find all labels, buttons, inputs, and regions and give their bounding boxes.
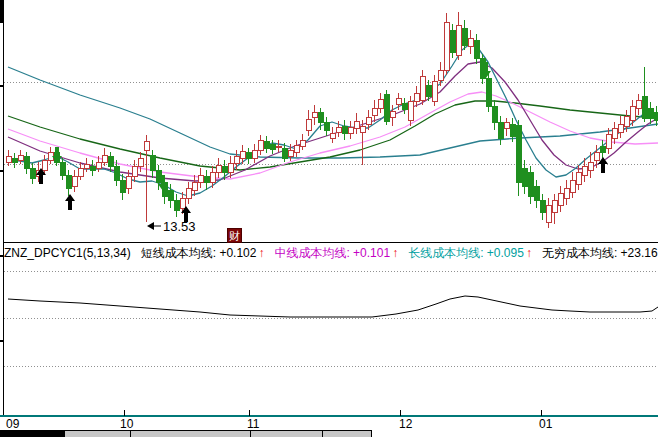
indicator-series-container: 短线成本均线: +0.102↑中线成本均线: +0.101↑长线成本均线: +0… xyxy=(137,245,658,262)
candle xyxy=(342,120,347,140)
candle xyxy=(540,194,545,220)
low-price-label: 13.53 xyxy=(163,219,196,234)
candle xyxy=(588,152,593,178)
candle xyxy=(120,174,125,200)
scrollbar-thumb[interactable] xyxy=(0,430,65,437)
candle xyxy=(546,198,551,228)
candle xyxy=(234,150,239,170)
candle xyxy=(486,72,491,112)
candle xyxy=(48,147,53,164)
candle xyxy=(132,160,137,182)
candle xyxy=(432,75,437,106)
candle xyxy=(516,120,521,196)
candle xyxy=(276,140,281,152)
month-label: 12 xyxy=(399,417,412,431)
month-label: 01 xyxy=(539,417,552,431)
candle xyxy=(378,93,383,113)
candle xyxy=(12,153,17,168)
candle xyxy=(522,160,527,194)
ma-slow-teal-line xyxy=(8,67,658,158)
candle xyxy=(174,194,179,217)
gutter-tick xyxy=(0,85,3,87)
cost-average-line xyxy=(8,296,658,317)
candle xyxy=(294,140,299,157)
month-label: 10 xyxy=(120,417,133,431)
candle xyxy=(348,121,353,139)
candle xyxy=(90,160,95,176)
scrollbar-divider xyxy=(130,430,131,437)
candle xyxy=(192,175,197,196)
candle xyxy=(408,96,413,126)
candle xyxy=(204,170,209,190)
candle xyxy=(198,168,203,188)
candle xyxy=(258,135,263,155)
gutter-tick xyxy=(0,170,3,172)
candle xyxy=(66,170,71,196)
chart-frame xyxy=(0,0,658,416)
formula-name[interactable]: ZNZ_DPCYC1(5,13,34) xyxy=(4,246,131,260)
buy-signal-arrow xyxy=(65,194,75,210)
ma-fast-teal-line xyxy=(8,44,658,196)
bottom-scrollbar[interactable] xyxy=(0,430,658,437)
month-label: 09 xyxy=(6,417,19,431)
candle xyxy=(186,182,191,204)
scrollbar-track[interactable] xyxy=(65,430,372,437)
month-label: 11 xyxy=(247,417,259,431)
candle xyxy=(462,20,467,50)
stock-chart-window: 13.53 ZNZ_DPCYC1(5,13,34) 短线成本均线: +0.102… xyxy=(0,0,658,437)
indicator-bar: ZNZ_DPCYC1(5,13,34) 短线成本均线: +0.102↑中线成本均… xyxy=(4,243,658,263)
candle xyxy=(498,116,503,145)
candle xyxy=(306,110,311,136)
candle xyxy=(618,116,623,138)
candle xyxy=(420,70,425,105)
scrollbar-divider xyxy=(322,430,323,437)
candle xyxy=(150,150,155,178)
candle xyxy=(456,12,461,60)
candle xyxy=(636,94,641,115)
candle xyxy=(450,24,455,58)
candle xyxy=(444,13,449,75)
candle xyxy=(558,186,563,212)
candle xyxy=(84,158,89,172)
candle xyxy=(324,117,329,136)
candles-series xyxy=(6,12,658,228)
candle xyxy=(534,180,539,208)
trend-up-arrow-icon: ↑ xyxy=(258,246,264,260)
candle xyxy=(246,148,251,164)
window-edge-fragment xyxy=(0,0,4,23)
gutter-tick xyxy=(0,340,3,342)
gutter-tick xyxy=(0,255,3,257)
chart-canvas[interactable]: 13.53 xyxy=(0,0,658,437)
candle xyxy=(606,128,611,154)
indicator-series: 短线成本均线: +0.102 xyxy=(141,246,257,260)
candle xyxy=(414,86,419,107)
candle xyxy=(72,170,77,192)
candle xyxy=(570,172,575,198)
candle xyxy=(474,34,479,64)
trend-up-arrow-icon: ↑ xyxy=(526,246,532,260)
low-price-annotation: 13.53 xyxy=(147,219,196,234)
indicator-series: 中线成本均线: +0.101 xyxy=(274,246,390,260)
candle xyxy=(372,100,377,122)
candle xyxy=(354,113,359,134)
candle xyxy=(144,135,149,222)
candle xyxy=(504,118,509,136)
scrollbar-divider xyxy=(250,430,251,437)
candle xyxy=(6,150,11,166)
candle xyxy=(552,194,557,224)
candle xyxy=(384,90,389,125)
candle xyxy=(330,127,335,143)
candle xyxy=(60,158,65,180)
candle xyxy=(564,180,569,205)
indicator-series: 长线成本均线: +0.095 xyxy=(408,246,524,260)
candle xyxy=(24,152,29,174)
candle xyxy=(312,105,317,125)
candle xyxy=(264,136,269,153)
finance-event-icon[interactable]: 财 xyxy=(227,228,242,243)
trend-up-arrow-icon: ↑ xyxy=(392,246,398,260)
candle xyxy=(492,100,497,130)
candle xyxy=(654,106,658,126)
candle xyxy=(612,122,617,144)
candle xyxy=(102,148,107,166)
candle xyxy=(30,163,35,184)
